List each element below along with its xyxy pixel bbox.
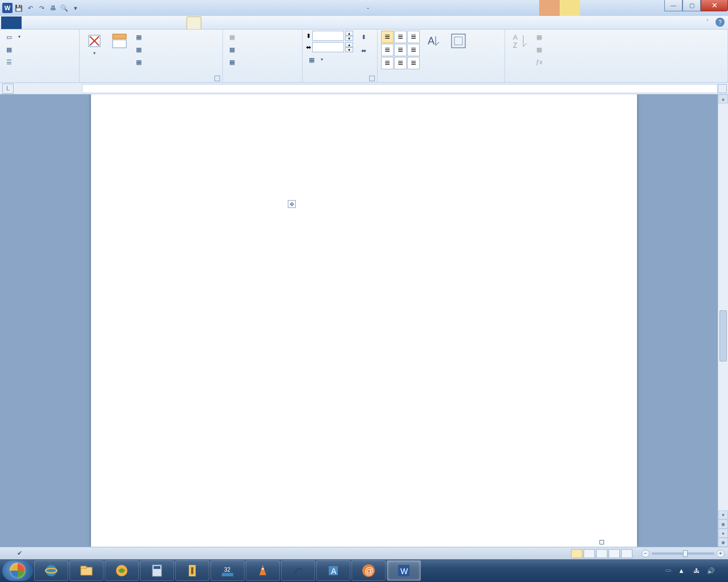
delete-button[interactable]: ▾ — [83, 31, 106, 57]
zoom-in-button[interactable]: + — [717, 550, 725, 558]
svg-rect-3 — [113, 40, 126, 48]
tab-file[interactable] — [1, 16, 22, 29]
task-vlc[interactable] — [246, 560, 280, 581]
tab-format[interactable] — [154, 16, 167, 29]
task-app[interactable]: 32 — [210, 560, 245, 581]
zoom-slider[interactable] — [652, 552, 714, 555]
svg-rect-13 — [81, 566, 86, 568]
view-gridlines-button[interactable]: ▦ — [3, 43, 22, 56]
web-view[interactable] — [596, 549, 607, 558]
align-bot-left[interactable]: ≡ — [381, 57, 394, 69]
task-calc[interactable] — [140, 560, 174, 581]
tab-view[interactable] — [104, 16, 117, 29]
svg-text:32: 32 — [224, 567, 231, 573]
task-mail[interactable]: @ — [351, 560, 386, 581]
qat-more-icon[interactable]: ▾ — [71, 3, 81, 13]
insert-left-button[interactable]: ▦ — [133, 43, 147, 56]
fullscreen-view[interactable] — [584, 549, 595, 558]
align-bot-center[interactable]: ≡ — [394, 57, 407, 69]
volume-icon[interactable]: 🔊 — [706, 566, 715, 575]
qat-btn[interactable]: 🖶 — [48, 3, 58, 13]
task-ie[interactable] — [34, 560, 68, 581]
ruler-toggle-icon[interactable] — [718, 84, 727, 93]
tab-mailings[interactable] — [76, 16, 90, 29]
insert-above-button[interactable] — [108, 31, 131, 52]
align-mid-center[interactable]: ≡ — [394, 44, 407, 56]
dialog-launcher-icon[interactable] — [214, 76, 220, 81]
tab-design[interactable] — [173, 16, 187, 29]
cell-margins-button[interactable] — [447, 31, 470, 52]
undo-icon[interactable]: ↶ — [25, 3, 35, 13]
svg-text:Z: Z — [513, 41, 517, 49]
align-top-right[interactable]: ≡ — [407, 31, 420, 43]
align-top-left[interactable]: ≡ — [381, 31, 394, 43]
row-height-spinner[interactable]: ⬍▲▼ — [306, 31, 353, 41]
spellcheck-icon[interactable]: ✔ — [17, 550, 22, 557]
tab-review[interactable] — [90, 16, 104, 29]
scroll-thumb[interactable] — [719, 310, 727, 361]
browse-object-icon[interactable]: ● — [718, 529, 728, 538]
select-button[interactable]: ▭▾ — [3, 31, 22, 43]
scroll-up-icon[interactable]: ▲ — [718, 94, 728, 103]
align-top-center[interactable]: ≡ — [394, 31, 407, 43]
text-direction-button[interactable]: A — [422, 31, 445, 52]
merge-cells-button: ▦ — [226, 31, 240, 43]
tab-insert[interactable] — [35, 16, 49, 29]
split-cells-button[interactable]: ▦ — [226, 43, 240, 56]
distribute-rows-button[interactable]: ⬍ — [358, 31, 369, 43]
tab-selector[interactable]: L — [2, 84, 14, 94]
table-resize-handle-icon[interactable] — [599, 540, 604, 544]
distribute-cols-button[interactable]: ⬌ — [358, 44, 369, 57]
draft-view[interactable] — [621, 549, 632, 558]
task-app[interactable] — [175, 560, 209, 581]
task-word[interactable]: W — [387, 560, 421, 581]
split-table-button[interactable]: ▦ — [226, 56, 240, 68]
insert-right-button[interactable]: ▦ — [133, 56, 147, 68]
align-bot-right[interactable]: ≡ — [407, 57, 420, 69]
windows-orb-icon — [10, 563, 26, 579]
tab-table-layout[interactable] — [187, 16, 201, 29]
align-mid-left[interactable]: ≡ — [381, 44, 394, 56]
maximize-button[interactable]: ▢ — [682, 0, 701, 11]
horizontal-ruler[interactable] — [82, 84, 718, 93]
print-layout-view[interactable] — [571, 549, 582, 558]
redo-icon[interactable]: ↷ — [36, 3, 47, 13]
task-app[interactable] — [281, 560, 315, 581]
autofit-button[interactable]: ▦▾ — [306, 53, 353, 66]
coordinate-grid[interactable] — [199, 126, 529, 427]
properties-button[interactable]: ☰ — [3, 56, 22, 68]
network-icon[interactable]: 🖧 — [692, 566, 701, 575]
sort-button: AZ — [508, 31, 531, 52]
align-mid-right[interactable]: ≡ — [407, 44, 420, 56]
tab-page-layout[interactable] — [49, 16, 63, 29]
view-buttons — [571, 549, 632, 558]
language-indicator[interactable] — [665, 569, 671, 572]
outline-view[interactable] — [609, 549, 620, 558]
task-app[interactable] — [105, 560, 139, 581]
minimize-button[interactable]: — — [664, 0, 682, 11]
vertical-scrollbar[interactable]: ▲ ▼ ◉ ● ◉ — [718, 94, 728, 547]
save-icon[interactable]: 💾 — [14, 3, 24, 13]
start-button[interactable] — [2, 560, 33, 581]
zoom-out-button[interactable]: − — [642, 550, 650, 558]
minimize-ribbon-icon[interactable]: ˆ — [703, 18, 712, 27]
task-app[interactable]: A — [316, 560, 350, 581]
tray-flag-icon[interactable]: ▲ — [677, 566, 686, 575]
qat-btn[interactable]: 🔍 — [59, 3, 69, 13]
insert-below-button[interactable]: ▦ — [133, 31, 147, 43]
dialog-launcher-icon[interactable] — [369, 76, 375, 81]
quick-access-toolbar: W 💾 ↶ ↷ 🖶 🔍 ▾ — [0, 3, 83, 13]
prev-page-icon[interactable]: ◉ — [718, 519, 728, 529]
window-title: - — [351, 4, 377, 12]
col-width-spinner[interactable]: ⬌▲▼ — [306, 42, 353, 52]
tab-references[interactable] — [63, 16, 76, 29]
alignment-grid[interactable]: ≡≡≡ ≡≡≡ ≡≡≡ — [381, 31, 420, 69]
task-explorer[interactable] — [69, 560, 104, 581]
help-icon[interactable]: ? — [715, 18, 725, 27]
page[interactable]: ✥ — [91, 94, 637, 547]
next-page-icon[interactable]: ◉ — [718, 538, 728, 547]
status-bar: ✔ − + — [0, 547, 728, 559]
close-button[interactable]: ✕ — [701, 0, 728, 11]
tab-home[interactable] — [22, 16, 35, 29]
scroll-down-icon[interactable]: ▼ — [718, 510, 728, 519]
